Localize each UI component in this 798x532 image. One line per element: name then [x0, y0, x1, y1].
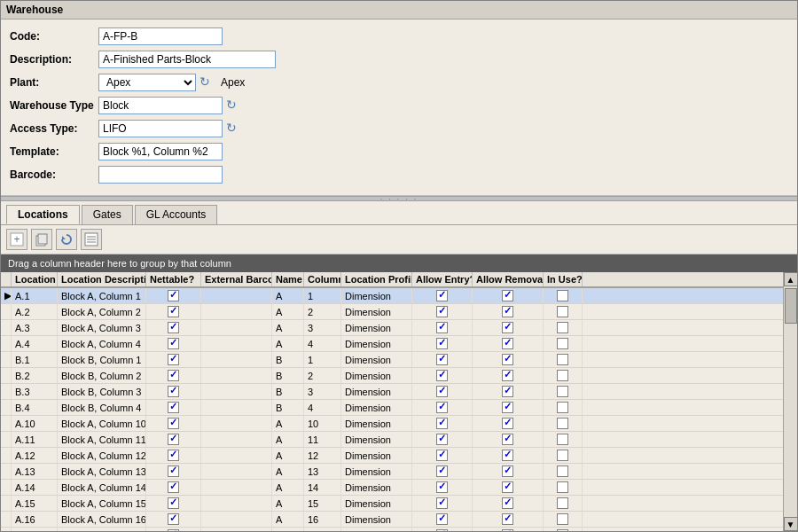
checkbox[interactable]: [557, 481, 568, 493]
checkbox[interactable]: [436, 529, 448, 531]
checkbox[interactable]: [502, 513, 513, 525]
grid-cell[interactable]: [544, 496, 583, 511]
checkbox[interactable]: [436, 481, 448, 493]
table-row[interactable]: ▶A.1Block A, Column 1A1Dimension: [1, 288, 783, 304]
checkbox[interactable]: [168, 290, 179, 301]
checkbox[interactable]: [502, 450, 513, 461]
grid-cell[interactable]: [412, 400, 473, 415]
grid-cell[interactable]: [473, 464, 544, 479]
table-row[interactable]: B.4Block B, Column 4B4Dimension: [1, 400, 783, 416]
checkbox[interactable]: [436, 513, 448, 525]
grid-cell[interactable]: [473, 416, 544, 431]
checkbox[interactable]: [557, 402, 568, 413]
checkbox[interactable]: [557, 370, 568, 381]
grid-cell[interactable]: [544, 464, 583, 479]
grid-cell[interactable]: [146, 288, 201, 303]
checkbox[interactable]: [436, 354, 448, 365]
grid-cell[interactable]: [412, 512, 473, 527]
grid-cell[interactable]: [146, 448, 201, 463]
grid-cell[interactable]: [412, 432, 473, 447]
table-row[interactable]: A.16Block A, Column 16A16Dimension: [1, 512, 783, 528]
checkbox[interactable]: [502, 434, 513, 445]
checkbox[interactable]: [557, 290, 568, 301]
checkbox[interactable]: [168, 450, 179, 461]
header-nettable[interactable]: Nettable?: [146, 272, 201, 286]
grid-cell[interactable]: [473, 288, 544, 303]
desc-input[interactable]: [98, 51, 276, 68]
grid-cell[interactable]: [544, 432, 583, 447]
grid-cell[interactable]: [412, 416, 473, 431]
checkbox[interactable]: [502, 306, 513, 317]
grid-cell[interactable]: [146, 480, 201, 495]
grid-cell[interactable]: [412, 336, 473, 351]
checkbox[interactable]: [436, 402, 448, 413]
scroll-thumb[interactable]: [785, 288, 797, 324]
plant-select[interactable]: Apex: [98, 74, 196, 91]
checkbox[interactable]: [557, 354, 568, 365]
header-extbarcode[interactable]: External Barcode: [201, 272, 272, 286]
barcode-input[interactable]: [98, 166, 223, 184]
header-desc[interactable]: Location Description: [58, 272, 146, 286]
grid-cell[interactable]: [473, 432, 544, 447]
grid-cell[interactable]: [473, 448, 544, 463]
checkbox[interactable]: [502, 290, 513, 301]
plant-refresh-icon[interactable]: [200, 74, 215, 90]
table-row[interactable]: A.4Block A, Column 4A4Dimension: [1, 336, 783, 352]
tab-gates[interactable]: Gates: [82, 205, 133, 224]
grid-cell[interactable]: [412, 320, 473, 335]
template-input[interactable]: [98, 143, 223, 160]
checkbox[interactable]: [557, 450, 568, 461]
grid-cell[interactable]: [146, 496, 201, 511]
checkbox[interactable]: [168, 354, 179, 365]
header-name[interactable]: Name: [272, 272, 304, 286]
checkbox[interactable]: [168, 497, 179, 509]
grid-cell[interactable]: [544, 352, 583, 367]
checkbox[interactable]: [168, 529, 179, 531]
checkbox[interactable]: [436, 290, 448, 301]
grid-cell[interactable]: [146, 400, 201, 415]
grid-cell[interactable]: [146, 320, 201, 335]
warehouse-type-input[interactable]: [98, 97, 223, 114]
checkbox[interactable]: [502, 529, 513, 531]
header-column[interactable]: Column: [304, 272, 341, 286]
tab-gl-accounts[interactable]: GL Accounts: [135, 205, 218, 224]
grid-cell[interactable]: [412, 384, 473, 399]
access-type-refresh-icon[interactable]: [226, 121, 242, 137]
table-row[interactable]: A.12Block A, Column 12A12Dimension: [1, 448, 783, 464]
grid-cell[interactable]: [473, 304, 544, 319]
checkbox[interactable]: [168, 513, 179, 525]
checkbox[interactable]: [502, 338, 513, 349]
grid-cell[interactable]: [473, 336, 544, 351]
grid-cell[interactable]: [544, 288, 583, 303]
grid-cell[interactable]: [544, 416, 583, 431]
export-button[interactable]: [81, 229, 102, 250]
grid-cell[interactable]: [544, 480, 583, 495]
checkbox[interactable]: [168, 322, 179, 333]
grid-cell[interactable]: [412, 368, 473, 383]
grid-cell[interactable]: [473, 384, 544, 399]
add-button[interactable]: +: [6, 229, 27, 250]
header-location[interactable]: Location: [12, 272, 58, 286]
grid-cell[interactable]: [544, 528, 583, 531]
header-locprofile[interactable]: Location Profile: [341, 272, 412, 286]
checkbox[interactable]: [557, 322, 568, 333]
grid-cell[interactable]: [544, 368, 583, 383]
access-type-input[interactable]: [98, 120, 223, 137]
checkbox[interactable]: [502, 418, 513, 429]
checkbox[interactable]: [168, 370, 179, 381]
grid-cell[interactable]: [544, 384, 583, 399]
checkbox[interactable]: [502, 497, 513, 509]
refresh-button[interactable]: [56, 229, 77, 250]
grid-cell[interactable]: [473, 528, 544, 531]
checkbox[interactable]: [502, 466, 513, 477]
grid-cell[interactable]: [412, 480, 473, 495]
checkbox[interactable]: [168, 434, 179, 445]
grid-cell[interactable]: [146, 416, 201, 431]
checkbox[interactable]: [557, 529, 568, 531]
grid-cell[interactable]: [146, 304, 201, 319]
grid-cell[interactable]: [473, 320, 544, 335]
grid-cell[interactable]: [473, 512, 544, 527]
checkbox[interactable]: [557, 338, 568, 349]
grid-cell[interactable]: [473, 368, 544, 383]
table-row[interactable]: A.15Block A, Column 15A15Dimension: [1, 496, 783, 512]
